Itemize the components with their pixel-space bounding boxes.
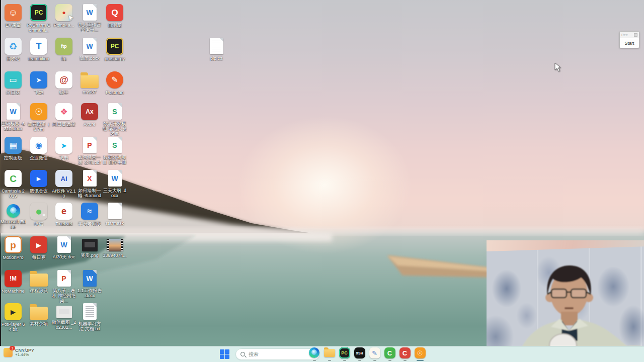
cursor-arrow-icon: ➤ [65, 13, 75, 23]
video-file-icon[interactable]: 33694074... [102, 236, 127, 258]
taskbar-edge-icon[interactable] [308, 347, 320, 361]
axure-icon-label: Axure [77, 122, 102, 127]
resume-docx-icon[interactable]: W简历.docx [77, 38, 102, 61]
student-teacher-app-icon[interactable]: ≈学员老师版 [77, 203, 102, 226]
control-panel-icon[interactable]: ▦控制面板 [1, 137, 26, 160]
ai30-doc-icon[interactable]: WAI30天.doc [51, 236, 76, 259]
data-analysis-sheet-icon-art: S [108, 137, 122, 153]
daily-contest-icon-label: 每日赛 [26, 255, 51, 260]
nomachine-icon-label: NoMachine [1, 289, 26, 294]
taskbar-explorer-icon[interactable] [324, 347, 335, 361]
recycle-bin-icon[interactable]: ♻回收站 [1, 38, 26, 61]
video-file-icon-art [107, 239, 123, 251]
taskbar-recorder-icon[interactable]: C [399, 347, 411, 361]
dev-module-sheet-icon[interactable]: S数学开发模组 落地人员名单 [102, 103, 127, 136]
ftp-icon[interactable]: ftpftp [51, 38, 76, 61]
outline-docx-icon[interactable]: W三天大纲 .docx [102, 170, 127, 198]
taskbar-xshell-icon-art: XSH [354, 347, 365, 358]
taskbar-pycharm-icon[interactable]: PC [339, 347, 350, 361]
taskbar: 1 CNY/JPY +1.44% 搜索 PCXSH✎CC☉ [0, 346, 644, 362]
securities-course-icon[interactable]: ☉证券投资（ 6.7m [26, 103, 51, 132]
sunlogin-monitor-icon[interactable]: ▭向日葵 [1, 71, 26, 95]
answer-book-docx-icon[interactable]: W快人工作营 答案册... [77, 4, 102, 32]
material-folder-icon-art [30, 307, 48, 320]
wechat-screenshot-icon[interactable]: 微信截图 _202302... [51, 303, 76, 330]
wecom-icon[interactable]: ◉企业微信 [26, 137, 51, 160]
daily-contest-icon[interactable]: ▶每日赛 [26, 236, 51, 260]
microsoft-edge-icon[interactable]: Microsoft Edge [1, 203, 26, 229]
taskbar-securities-icon[interactable]: ☉ [414, 347, 426, 361]
taskbar-app-icons: PCXSH✎CC☉ [308, 347, 426, 361]
resume-docx-icon-art: W [83, 38, 97, 54]
business-pdf-icon[interactable]: P如何经营一家 公司.pdf [77, 137, 102, 165]
camtasia-2019-icon-art: C [5, 170, 22, 187]
motionpro-icon[interactable]: pMotionPro [1, 236, 26, 260]
potplayer-icon[interactable]: ▶PotPlayer 64 bit [1, 303, 26, 332]
desktop-background[interactable]: ☺EV课堂PCPyCharm Communi...●➤PointMa...W快人… [0, 0, 644, 362]
starmask-file-icon-label: starmask [102, 221, 127, 226]
work-report-docx-icon[interactable]: W1.1工作报告 .docx [77, 270, 102, 298]
taskbar-widgets-button[interactable]: 1 CNY/JPY +1.44% [4, 348, 34, 357]
nomachine-icon[interactable]: !MNoMachine [1, 270, 26, 294]
recorder-stop-icon[interactable] [634, 33, 637, 37]
pointma-map-icon[interactable]: ●➤PointMa... [51, 4, 76, 28]
webcam-person [487, 240, 644, 362]
dove-app-icon[interactable]: ➤飞鸽 [26, 71, 51, 95]
snail-app-icon[interactable]: @蜗牛 [51, 71, 76, 95]
ai-software-icon[interactable]: AIAI软件 V2.10 [51, 170, 76, 199]
recorder-widget[interactable]: Rec Start [619, 31, 639, 48]
teambition-icon-label: teambition [26, 56, 51, 61]
recorder-mini-bar: Rec [620, 32, 639, 38]
teambition-icon[interactable]: Tteambition [26, 38, 51, 61]
feishu-icon[interactable]: ➤飞书 [51, 137, 76, 160]
password-template-docx-icon-label: 密码模板 -6310.docx [1, 121, 26, 131]
material-folder-icon[interactable]: 素材杂项 [26, 303, 51, 326]
self-test-icon[interactable]: Q自测题 [102, 4, 127, 28]
tencent-meeting-icon[interactable]: ▶腾讯会议 [26, 170, 51, 194]
pycharm-community-icon-label: PyCharm Communi... [26, 23, 51, 33]
sunlogin-monitor-icon-art: ▭ [5, 71, 22, 88]
work-report-docx-icon-label: 1.1工作报告 .docx [77, 288, 102, 298]
taskbar-xshell-icon[interactable]: XSH [354, 347, 365, 361]
password-template-docx-icon[interactable]: W密码模板 -6310.docx [1, 103, 26, 131]
ai-software-icon-art: AI [55, 170, 72, 187]
teambition-icon-art: T [30, 38, 47, 55]
outline-docx-icon-label: 三天大纲 .docx [102, 188, 127, 198]
sunlogin-remote-icon-label: 向日葵远控 [51, 122, 76, 127]
ai30-doc-icon-label: AI30天.doc [51, 254, 76, 259]
wechat-icon-label: 微信 [26, 221, 51, 226]
outline-docx-icon-art: W [108, 170, 122, 187]
cnn-ppt-icon-label: 第八节：卷积 神经网络架... [51, 288, 76, 303]
xmind-file-icon-art: X [83, 170, 97, 187]
taskbar-paint-icon[interactable]: ✎ [369, 347, 380, 361]
data-analysis-sheet-icon[interactable]: S数据分析项目 自学手册 [102, 137, 127, 165]
control-panel-icon-label: 控制面板 [1, 155, 26, 160]
starmask-file-icon[interactable]: starmask [102, 203, 127, 226]
taskbar-search-box[interactable]: 搜索 [235, 348, 320, 360]
dove-app-icon-art: ➤ [30, 71, 47, 88]
axure-icon[interactable]: AxAxure [77, 103, 102, 127]
taskbar-pycharm-icon-art: PC [339, 347, 350, 358]
cnn-ppt-icon[interactable]: P第八节：卷积 神经网络架... [51, 270, 76, 303]
camtasia-2019-icon[interactable]: CCamtasia 2019 [1, 170, 26, 199]
course-folder-icon-label: 课程涉及 [26, 288, 51, 293]
taskbar-camtasia-icon[interactable]: C [384, 347, 395, 361]
microsoft-edge-icon-label: Microsoft Edge [1, 219, 26, 229]
course-folder-icon[interactable]: 课程涉及 [26, 270, 51, 293]
postman-icon[interactable]: ✎Postman [102, 71, 127, 95]
tnetnet-icon[interactable]: eT.netNet [51, 203, 76, 226]
pip-txt-icon[interactable]: pip.txt [204, 38, 229, 61]
wechat-icon[interactable]: ●●微信 [26, 203, 51, 226]
sunlogin-remote-icon[interactable]: ❖向日葵远控 [51, 103, 76, 127]
pycharm-community-icon[interactable]: PCPyCharm Communi... [26, 4, 51, 33]
start-button[interactable] [220, 349, 229, 359]
ev-classroom-icon[interactable]: ☺EV课堂 [1, 4, 26, 28]
xmind-file-icon[interactable]: X如何绘制一幅 -6.xmind [77, 170, 102, 198]
zizhi-png-icon[interactable]: 资质.png [77, 236, 102, 258]
my987-folder-icon[interactable]: my987 [77, 71, 102, 95]
ml-doc-txt-icon[interactable]: 机器学习方法 文档.txt [77, 303, 102, 331]
recorder-start-button[interactable]: Start [620, 38, 639, 48]
prosharpy-icon[interactable]: PCprosharpy [102, 38, 127, 61]
data-analysis-sheet-icon-label: 数据分析项目 自学手册 [102, 155, 127, 165]
feishu-icon-label: 飞书 [51, 155, 76, 160]
